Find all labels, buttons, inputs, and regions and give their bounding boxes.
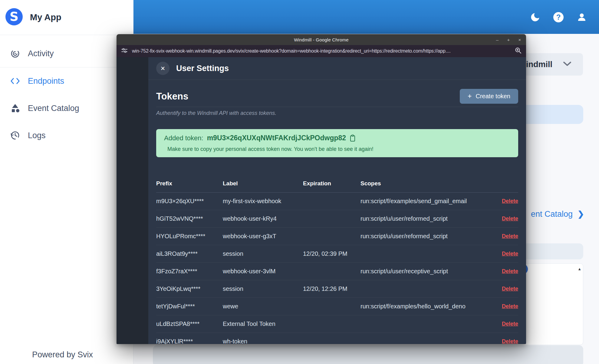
svg-text:S: S xyxy=(10,9,18,24)
token-label: session xyxy=(223,250,303,257)
token-prefix: 3YeOiKpLwq**** xyxy=(156,285,223,292)
chevron-right-icon: ❯ xyxy=(578,210,584,219)
token-label: my-first-svix-webhook xyxy=(223,198,303,205)
delete-token-link[interactable]: Delete xyxy=(502,286,518,292)
table-row: uLdBztSPA8**** External Tool Token Delet… xyxy=(156,315,518,333)
background-bottom-card xyxy=(153,345,583,364)
window-title: Windmill - Google Chrome xyxy=(294,37,349,42)
plus-icon: + xyxy=(468,93,472,100)
table-row: i9AjXYLlR**** wh-token Delete xyxy=(156,333,518,344)
screen: S My App Activity xyxy=(0,0,599,364)
workspace-name: indmill xyxy=(526,60,552,69)
added-token-label: Added token: xyxy=(164,134,203,142)
token-prefix: i9AjXYLlR**** xyxy=(156,338,223,344)
minimize-button[interactable]: – xyxy=(495,37,499,42)
token-scopes: run:script/u/user/reformed_script xyxy=(360,215,491,222)
delete-token-link[interactable]: Delete xyxy=(502,198,518,204)
token-label: External Tool Token xyxy=(223,320,303,327)
delete-token-link[interactable]: Delete xyxy=(502,338,518,344)
create-token-button[interactable]: + Create token xyxy=(460,89,518,104)
tokens-subtitle: Authentify to the Windmill API with acce… xyxy=(156,110,518,116)
modal-backdrop-strip xyxy=(117,57,148,344)
history-clock-icon xyxy=(10,131,20,140)
token-label: webhook-user-kRy4 xyxy=(223,215,303,222)
col-label: Label xyxy=(223,180,303,187)
app-name: My App xyxy=(30,12,61,22)
token-scopes: run:script/f/examples/hello_world_deno xyxy=(360,303,491,310)
token-scopes: run:script/u/user/reformed_script xyxy=(360,233,491,240)
modal-body: Tokens + Create token Authentify to the … xyxy=(148,80,526,344)
window-titlebar[interactable]: Windmill - Google Chrome – + × xyxy=(117,34,526,45)
modal-title: User Settings xyxy=(176,64,229,73)
scrollbar-up-arrow[interactable]: ▲ xyxy=(578,267,581,271)
col-scopes: Scopes xyxy=(360,180,491,187)
token-label: wewe xyxy=(223,303,303,310)
added-token-alert: Added token: m9U3×26qXUXqNWtFAKrdjJCkPOd… xyxy=(156,129,518,157)
token-prefix: uLdBztSPA8**** xyxy=(156,320,223,327)
modal-header: ✕ User Settings xyxy=(148,57,526,80)
token-prefix: hGiT52wVNQ**** xyxy=(156,215,223,222)
sidebar-header: S My App xyxy=(0,0,133,35)
user-settings-modal: ✕ User Settings Tokens + Create token Au… xyxy=(148,57,526,344)
table-row: tetYjDwFul**** wewe run:script/f/example… xyxy=(156,298,518,315)
zoom-magnifier-icon[interactable] xyxy=(515,47,522,55)
table-row: m9U3×26qXU**** my-first-svix-webhook run… xyxy=(156,193,518,210)
close-window-button[interactable]: × xyxy=(518,37,522,42)
delete-token-link[interactable]: Delete xyxy=(502,251,518,257)
chevron-down-icon xyxy=(563,61,572,68)
token-label: webhook-user-g3xT xyxy=(223,233,303,240)
help-icon[interactable]: ? xyxy=(553,11,564,23)
site-settings-icon[interactable] xyxy=(121,47,128,55)
token-expiration: 12/20, 02:39 PM xyxy=(303,250,360,257)
token-prefix: HYOLuPRomc**** xyxy=(156,233,223,240)
token-prefix: m9U3×26qXU**** xyxy=(156,198,223,205)
token-value: m9U3×26qXUXqNWtFAKrdjJCkPOdwgp82 xyxy=(207,134,346,142)
delete-token-link[interactable]: Delete xyxy=(502,303,518,310)
copy-clipboard-icon[interactable] xyxy=(350,135,356,142)
table-row: aiL3ROat9y**** session 12/20, 02:39 PM D… xyxy=(156,245,518,263)
token-expiration: 12/20, 12:26 PM xyxy=(303,285,360,292)
user-account-icon[interactable] xyxy=(576,11,587,23)
help-question-glyph: ? xyxy=(553,12,564,22)
url-input[interactable]: win-752-fix-svix-webhook-win.windmill.pa… xyxy=(132,48,511,54)
table-row: hGiT52wVNQ**** webhook-user-kRy4 run:scr… xyxy=(156,210,518,228)
col-expiration: Expiration xyxy=(303,180,360,187)
token-label: wh-token xyxy=(223,338,303,344)
tokens-heading: Tokens xyxy=(156,91,188,102)
create-token-label: Create token xyxy=(476,93,510,100)
event-catalog-link-label: ent Catalog xyxy=(531,210,573,219)
sidebar-item-logs[interactable]: Logs xyxy=(0,122,133,149)
address-bar: win-752-fix-svix-webhook-win.windmill.pa… xyxy=(117,45,526,57)
event-catalog-link[interactable]: ent Catalog ❯ xyxy=(531,210,584,219)
delete-token-link[interactable]: Delete xyxy=(502,233,518,239)
delete-token-link[interactable]: Delete xyxy=(502,268,518,275)
token-prefix: aiL3ROat9y**** xyxy=(156,250,223,257)
sidebar-item-label: Logs xyxy=(28,131,46,140)
token-scopes: run:script/f/examples/send_gmail_email xyxy=(360,198,491,205)
tokens-table-header: Prefix Label Expiration Scopes xyxy=(156,180,518,193)
token-prefix: f3FzoZ7raX**** xyxy=(156,268,223,275)
table-row: 3YeOiKpLwq**** session 12/20, 12:26 PM D… xyxy=(156,280,518,298)
token-scopes: run:script/u/user/receptive_script xyxy=(360,268,491,275)
powered-by-svix: Powered by Svix xyxy=(32,350,93,359)
table-row: HYOLuPRomc**** webhook-user-g3xT run:scr… xyxy=(156,228,518,245)
maximize-button[interactable]: + xyxy=(506,37,511,42)
svix-logo-icon: S xyxy=(5,8,23,27)
close-modal-button[interactable]: ✕ xyxy=(156,62,169,75)
sidebar-item-activity[interactable]: Activity xyxy=(0,40,133,67)
table-row: f3FzoZ7raX**** webhook-user-3vlM run:scr… xyxy=(156,263,518,280)
col-prefix: Prefix xyxy=(156,180,223,187)
sidebar-item-label: Endpoints xyxy=(28,76,64,86)
tokens-section-header: Tokens + Create token xyxy=(156,89,518,107)
sidebar-item-label: Activity xyxy=(28,49,54,58)
added-token-line: Added token: m9U3×26qXUXqNWtFAKrdjJCkPOd… xyxy=(164,134,510,142)
token-label: webhook-user-3vlM xyxy=(223,268,303,275)
delete-token-link[interactable]: Delete xyxy=(502,216,518,222)
dark-mode-moon-icon[interactable] xyxy=(529,11,541,23)
sidebar-item-label: Event Catalog xyxy=(28,104,79,113)
sidebar-item-endpoints[interactable]: Endpoints xyxy=(0,67,133,95)
activity-icon xyxy=(10,49,20,58)
token-copy-warning: Make sure to copy your personal access t… xyxy=(167,146,510,152)
sidebar-item-event-catalog[interactable]: Event Catalog xyxy=(0,95,133,122)
delete-token-link[interactable]: Delete xyxy=(502,321,518,327)
